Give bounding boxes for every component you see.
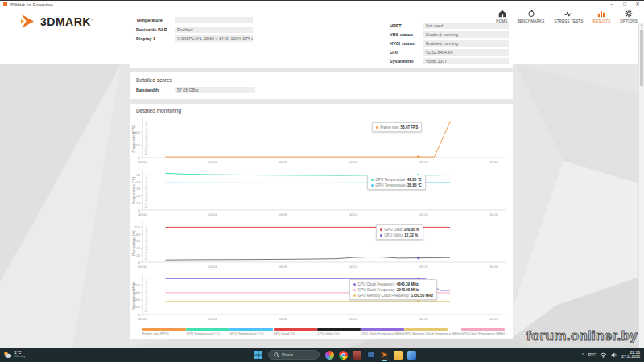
- info-row: GUIv2.32.8454.64: [390, 49, 509, 56]
- legend-item[interactable]: Frame rate (FPS): [142, 328, 186, 335]
- 3dmark-flame-icon: [382, 352, 387, 358]
- wifi-icon[interactable]: [600, 352, 607, 358]
- info-row: Bandwidth57.05 GB/s: [136, 87, 513, 93]
- legend-color-bar: [186, 328, 229, 331]
- percentage-chart[interactable]: 02040608010000:0000:0400:0800:1200:1600:…: [131, 221, 511, 274]
- file-explorer-icon[interactable]: [394, 351, 402, 360]
- detailed-monitoring-title: Detailed monitoring: [130, 108, 513, 113]
- volume-icon[interactable]: [611, 352, 617, 358]
- minimize-button[interactable]: –: [605, 1, 618, 8]
- taskbar-weather-widget[interactable]: 1°C Cloudy: [0, 351, 25, 359]
- legend-item[interactable]: GPU Memory Clock Frequency (MHz): [404, 328, 461, 335]
- svg-text:40: 40: [136, 180, 140, 184]
- legend-item[interactable]: CPU Utility (%): [317, 328, 361, 335]
- tooltip-label: GPU Temperature:: [376, 183, 408, 187]
- nav-benchmarks[interactable]: BENCHMARKS: [518, 10, 545, 23]
- red-app-icon[interactable]: [353, 351, 361, 360]
- svg-text:30: 30: [136, 187, 140, 191]
- info-label: Temperature: [136, 18, 175, 23]
- legend-item[interactable]: GPU Clock Frequency (MHz): [461, 328, 505, 335]
- system-info-right-column: HPETNot usedVBS statusEnabled, runningHV…: [390, 23, 509, 64]
- info-row: Resizable BAREnabled: [136, 27, 253, 33]
- tooltip-value: 38.85 °C: [407, 183, 422, 187]
- tooltip-label: GPU Clock Frequency:: [358, 288, 397, 292]
- frequency-chart[interactable]: 0100020003000400000:0000:0400:0800:1200:…: [131, 274, 511, 326]
- tray-caret-icon[interactable]: ^: [582, 352, 584, 357]
- info-value: Enabled, running: [423, 40, 509, 47]
- window-controls: –□✕: [605, 1, 644, 8]
- svg-text:00:16: 00:16: [419, 265, 428, 269]
- legend-item[interactable]: GPU Load (%): [274, 328, 317, 335]
- taskbar: 1°C Cloudy Поиск ^ РУС: [0, 348, 644, 362]
- info-row: Temperature: [136, 17, 253, 23]
- tooltip-value: 12.32 %: [404, 233, 418, 237]
- chrome-icon[interactable]: [339, 351, 348, 360]
- window-titlebar: 3DMark for Enterprise –□✕: [0, 0, 644, 8]
- legend-item[interactable]: CPU Clock Frequency (MHz): [361, 328, 404, 335]
- display-app-icon[interactable]: [366, 351, 375, 360]
- start-button-icon[interactable]: [254, 351, 262, 359]
- svg-text:00:20: 00:20: [489, 212, 498, 216]
- temperature-chart[interactable]: 0102030405000:0000:0400:0800:1200:1600:2…: [131, 169, 511, 221]
- svg-text:00:20: 00:20: [489, 160, 498, 164]
- info-label: Display 1: [136, 36, 175, 41]
- legend-item[interactable]: GPU Temperature (°C): [229, 328, 273, 335]
- window-title: 3DMark for Enterprise: [10, 2, 53, 7]
- svg-text:00:12: 00:12: [349, 212, 358, 216]
- frame-rate-chart[interactable]: 01000200000:0000:0400:0800:1200:1600:20F…: [131, 117, 511, 169]
- chart-tooltip: CPU Clock Frequency: 4845.39 MHzGPU Cloc…: [349, 279, 437, 300]
- scrollbar-up-icon[interactable]: ▲: [639, 23, 644, 27]
- svg-text:00:08: 00:08: [279, 212, 287, 216]
- desktop: 3DMark for Enterprise –□✕ 3DMARK® HOME B…: [0, 0, 644, 362]
- info-value: Not used: [423, 23, 509, 29]
- svg-text:0: 0: [138, 208, 141, 212]
- svg-text:40: 40: [136, 246, 140, 250]
- svg-text:80: 80: [136, 232, 140, 237]
- maximize-button[interactable]: □: [618, 1, 631, 8]
- results-content: TemperatureResizable BAREnabledDisplay 1…: [130, 10, 513, 344]
- svg-text:60: 60: [136, 239, 140, 243]
- info-value: v5.88.1377: [423, 58, 509, 64]
- svg-text:00:08: 00:08: [279, 265, 287, 269]
- taskbar-clock[interactable]: 22:16 27.11.2025: [621, 350, 640, 360]
- 3dmark-taskbar-icon[interactable]: [380, 351, 389, 360]
- svg-text:Frequency (MHz): Frequency (MHz): [132, 281, 136, 309]
- legend-color-bar: [461, 328, 505, 331]
- nav-results[interactable]: RESULTS: [593, 10, 611, 23]
- nav-stress-tests[interactable]: STRESS TESTS: [554, 10, 583, 23]
- svg-text:10: 10: [136, 201, 140, 205]
- colorful-app-icon[interactable]: [325, 351, 334, 360]
- scrollbar-thumb[interactable]: [640, 30, 643, 86]
- svg-text:00:12: 00:12: [349, 265, 358, 269]
- results-icon: [597, 10, 605, 18]
- svg-text:Percentage (%): Percentage (%): [132, 230, 136, 256]
- chart-legend: Frame rate (FPS)CPU Temperature (°C)GPU …: [130, 326, 513, 335]
- language-indicator[interactable]: РУС: [588, 353, 597, 357]
- nav-home[interactable]: HOME: [496, 10, 507, 23]
- chart-tooltip: CPU Temperature: 49.38 °CGPU Temperature…: [367, 175, 426, 190]
- taskbar-search-input[interactable]: Поиск: [268, 350, 320, 360]
- info-row: HVCI statusEnabled, running: [390, 40, 509, 47]
- nav-options[interactable]: OPTIONS: [620, 10, 638, 23]
- 3dmark-logo: 3DMARK®: [21, 14, 93, 28]
- legend-color-bar: [229, 328, 273, 331]
- scrollbar[interactable]: ▲: [638, 23, 644, 348]
- clock-date: 27.11.2025: [621, 355, 640, 360]
- logo-text: 3DMARK®: [40, 15, 93, 28]
- info-value: [175, 17, 253, 23]
- system-info-left-column: TemperatureResizable BAREnabledDisplay 1…: [136, 17, 253, 42]
- 3dmark-logo-icon: [21, 14, 37, 28]
- info-value: Enabled, running: [423, 31, 509, 38]
- legend-item[interactable]: CPU Temperature (°C): [186, 328, 229, 335]
- photos-app-icon[interactable]: [407, 351, 416, 360]
- close-button[interactable]: ✕: [631, 1, 644, 8]
- tooltip-label: GPU Load:: [385, 228, 404, 232]
- detailed-scores-panel: Detailed scores Bandwidth57.05 GB/s: [130, 72, 513, 99]
- main-nav: HOME BENCHMARKS STRESS TESTS RESULTS OPT…: [496, 10, 638, 23]
- series-dot-icon: [353, 283, 356, 286]
- svg-text:00:04: 00:04: [208, 265, 217, 269]
- legend-label: GPU Memory Clock Frequency (MHz): [404, 331, 461, 335]
- legend-label: CPU Clock Frequency (MHz): [361, 331, 404, 335]
- svg-text:00:16: 00:16: [419, 317, 428, 321]
- chart-tooltip: Frame rate: 53.67 FPS: [372, 122, 422, 132]
